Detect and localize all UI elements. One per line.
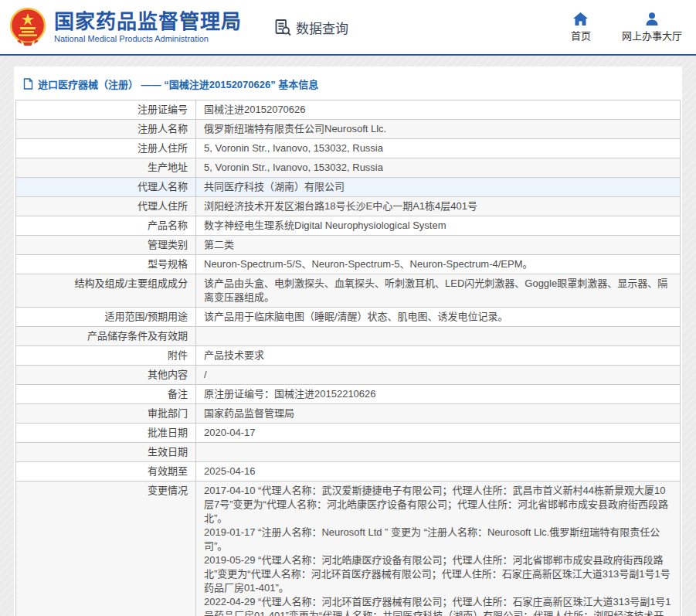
table-row: 附件 产品技术要求 — [16, 346, 681, 366]
row-value: 5, Voronin Str., Ivanovo, 153032, Russia — [196, 139, 681, 158]
table-row: 其他内容 / — [16, 366, 681, 385]
detail-panel: 进口医疗器械（注册） —— “国械注进20152070626” 基本信息 注册证… — [14, 66, 682, 616]
row-value: 国家药品监督管理局 — [196, 404, 681, 424]
row-label: 备注 — [16, 385, 196, 404]
table-row: 注册人名称 俄罗斯纽瑞特有限责任公司Neurosoft Llc. — [16, 120, 681, 139]
row-label: 型号规格 — [16, 255, 196, 274]
site-header: 国家药品监督管理局 National Medical Products Admi… — [0, 0, 696, 56]
row-label: 审批部门 — [16, 404, 196, 424]
row-label: 管理类别 — [16, 236, 196, 255]
site-subtitle: National Medical Products Administration — [54, 34, 242, 43]
row-value: 原注册证编号：国械注进20152210626 — [196, 385, 681, 404]
table-row: 产品名称 数字神经电生理系统Digital Neurophysiological… — [16, 216, 681, 236]
row-value: 俄罗斯纽瑞特有限责任公司Neurosoft Llc. — [196, 120, 681, 139]
row-value: 5, Voronin Str., Ivanovo, 153032, Russia — [196, 158, 681, 178]
table-row: 注册证编号 国械注进20152070626 — [16, 100, 681, 120]
table-row: 型号规格 Neuron-Spectrum-5/S、Neuron-Spectrum… — [16, 255, 681, 274]
site-title: 国家药品监督管理局 — [54, 11, 242, 32]
row-label: 生效日期 — [16, 443, 196, 462]
row-label: 注册人住所 — [16, 139, 196, 158]
row-value: 该产品由头盒、电刺激探头、血氧探头、听刺激耳机、LED闪光刺激器、Goggle眼… — [196, 274, 681, 308]
nav-service-hall-label: 网上办事大厅 — [622, 28, 682, 43]
row-value — [196, 443, 681, 462]
home-icon — [573, 12, 588, 26]
table-row: 生产地址 5, Voronin Str., Ivanovo, 153032, R… — [16, 158, 681, 178]
table-row-change-history: 变更情况 2017-04-10 “代理人名称：武汉爱斯捷捷电子有限公司；代理人住… — [16, 482, 681, 616]
brand-logo: 国家药品监督管理局 National Medical Products Admi… — [9, 7, 242, 47]
row-label: 注册证编号 — [16, 100, 196, 120]
table-row: 结构及组成/主要组成成分 该产品由头盒、电刺激探头、血氧探头、听刺激耳机、LED… — [16, 274, 681, 308]
row-label: 注册人名称 — [16, 120, 196, 139]
table-row: 审批部门 国家药品监督管理局 — [16, 404, 681, 424]
table-row: 产品储存条件及有效期 — [16, 327, 681, 346]
document-search-icon — [274, 19, 292, 36]
registration-detail-table: 注册证编号 国械注进20152070626 注册人名称 俄罗斯纽瑞特有限责任公司… — [15, 100, 681, 616]
table-row: 备注 原注册证编号：国械注进20152210626 — [16, 385, 681, 404]
top-nav: 首页 网上办事大厅 — [571, 12, 682, 43]
nav-home[interactable]: 首页 — [571, 12, 591, 43]
row-value: 国械注进20152070626 — [196, 100, 681, 120]
nav-home-label: 首页 — [571, 28, 591, 43]
row-label: 适用范围/预期用途 — [16, 308, 196, 327]
data-query-tab[interactable]: 数据查询 — [274, 18, 348, 37]
table-row: 批准日期 2020-04-17 — [16, 424, 681, 443]
row-value — [196, 327, 681, 346]
change-entry: 2019-05-29 “代理人名称：河北皓康医疗设备有限公司；代理人住所：河北省… — [204, 553, 672, 595]
table-row: 代理人住所 浏阳经济技术开发区湘台路18号长沙E中心一期A1栋4层401号 — [16, 197, 681, 216]
table-row: 生效日期 — [16, 443, 681, 462]
row-value: 数字神经电生理系统Digital Neurophysiological Syst… — [196, 216, 681, 236]
row-value: / — [196, 366, 681, 385]
row-label: 代理人住所 — [16, 197, 196, 216]
row-value: 浏阳经济技术开发区湘台路18号长沙E中心一期A1栋4层401号 — [196, 197, 681, 216]
row-value: 产品技术要求 — [196, 346, 681, 366]
table-row: 有效期至 2025-04-16 — [16, 462, 681, 482]
row-label: 代理人名称 — [16, 178, 196, 197]
table-row: 注册人住所 5, Voronin Str., Ivanovo, 153032, … — [16, 139, 681, 158]
content-area: 进口医疗器械（注册） —— “国械注进20152070626” 基本信息 注册证… — [0, 56, 696, 616]
table-row: 适用范围/预期用途 该产品用于临床脑电图（睡眠/清醒）状态、肌电图、诱发电位记录… — [16, 308, 681, 327]
table-row: 管理类别 第二类 — [16, 236, 681, 255]
row-value: 第二类 — [196, 236, 681, 255]
breadcrumb: 进口医疗器械（注册） —— “国械注进20152070626” 基本信息 — [15, 74, 681, 100]
change-entry: 2022-04-29 “代理人名称：河北环首医疗器械有限公司；代理人住所：石家庄… — [204, 595, 672, 616]
change-entry: 2017-04-10 “代理人名称：武汉爱斯捷捷电子有限公司；代理人住所：武昌市… — [204, 484, 672, 526]
row-label: 有效期至 — [16, 462, 196, 482]
row-label: 产品名称 — [16, 216, 196, 236]
row-value: 该产品用于临床脑电图（睡眠/清醒）状态、肌电图、诱发电位记录。 — [196, 308, 681, 327]
row-label: 批准日期 — [16, 424, 196, 443]
change-entry: 2019-01-17 “注册人名称：Neurosoft Ltd ” 变更为 “注… — [204, 526, 672, 553]
row-label: 变更情况 — [16, 482, 196, 616]
breadcrumb-text: 进口医疗器械（注册） —— “国械注进20152070626” 基本信息 — [38, 77, 318, 91]
row-value-change-history: 2017-04-10 “代理人名称：武汉爱斯捷捷电子有限公司；代理人住所：武昌市… — [196, 482, 681, 616]
row-value: 共同医疗科技（湖南）有限公司 — [196, 178, 681, 197]
row-value: Neuron-Spectrum-5/S、Neuron-Spectrum-5、Ne… — [196, 255, 681, 274]
row-value: 2020-04-17 — [196, 424, 681, 443]
user-icon — [645, 12, 659, 26]
national-emblem-icon — [9, 7, 46, 47]
row-label: 产品储存条件及有效期 — [16, 327, 196, 346]
nav-service-hall[interactable]: 网上办事大厅 — [622, 12, 682, 43]
table-row: 代理人名称 共同医疗科技（湖南）有限公司 — [16, 178, 681, 197]
row-value: 2025-04-16 — [196, 462, 681, 482]
row-label: 结构及组成/主要组成成分 — [16, 274, 196, 308]
row-label: 其他内容 — [16, 366, 196, 385]
data-query-label: 数据查询 — [296, 18, 348, 37]
brand-text: 国家药品监督管理局 National Medical Products Admi… — [54, 11, 242, 43]
row-label: 生产地址 — [16, 158, 196, 178]
row-label: 附件 — [16, 346, 196, 366]
page-icon — [23, 78, 33, 90]
